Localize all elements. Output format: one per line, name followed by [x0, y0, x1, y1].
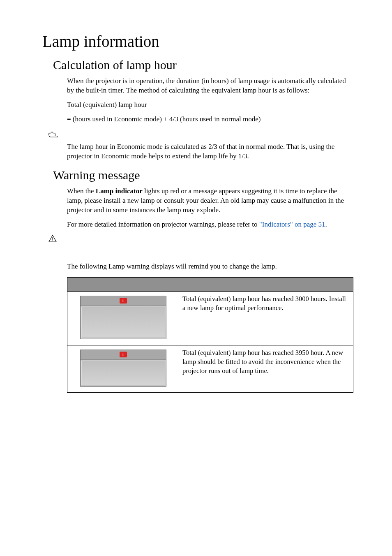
message-cell-3000: Total (equivalent) lamp hour has reached… — [179, 291, 353, 345]
para-refer: For more detailed information on project… — [67, 220, 353, 229]
para-warning-info: When the Lamp indicator lights up red or… — [67, 187, 353, 215]
text-pre-bold: When the — [67, 187, 96, 195]
table-header-row — [67, 277, 353, 291]
warning-dialog-3950: i — [80, 350, 166, 387]
caution-row — [48, 234, 353, 246]
para-total-hour: Total (equivalent) lamp hour — [67, 100, 353, 110]
indicators-link[interactable]: "Indicators" on page 51 — [259, 220, 325, 228]
status-cell-3000: i — [67, 291, 179, 345]
note-row — [43, 129, 353, 139]
para-economic-note: The lamp hour in Economic mode is calcul… — [67, 142, 353, 161]
caution-triangle-icon — [48, 234, 57, 243]
para-calc-intro: When the projector is in operation, the … — [67, 76, 353, 95]
refer-text-post: . — [325, 220, 327, 228]
warning-dialog-3000: i — [80, 296, 166, 339]
svg-point-1 — [52, 241, 53, 241]
para-formula: = (hours used in Economic mode) + 4/3 (h… — [67, 115, 353, 124]
warning-table: i Total (equivalent) lamp hour has reach… — [67, 277, 353, 393]
section-heading-calculation: Calculation of lamp hour — [53, 57, 353, 74]
page-title: Lamp information — [42, 31, 353, 53]
header-status — [67, 277, 179, 291]
info-icon: i — [120, 352, 127, 357]
dialog-body — [81, 361, 165, 385]
dialog-titlebar: i — [81, 350, 166, 360]
section-heading-warning: Warning message — [53, 167, 353, 184]
lamp-indicator-bold: Lamp indicator — [96, 187, 143, 195]
section2-body: When the Lamp indicator lights up red or… — [67, 187, 353, 229]
hand-note-icon — [48, 131, 59, 139]
message-cell-3950: Total (equivalent) lamp hour has reached… — [179, 345, 353, 392]
table-row: i Total (equivalent) lamp hour has reach… — [67, 291, 353, 345]
section1-body: When the projector is in operation, the … — [67, 76, 353, 124]
dialog-body — [81, 307, 165, 338]
refer-text-pre: For more detailed information on project… — [67, 220, 259, 228]
header-message — [179, 277, 353, 291]
dialog-titlebar: i — [81, 296, 166, 306]
table-row: i Total (equivalent) lamp hour has reach… — [67, 345, 353, 392]
info-icon: i — [120, 298, 127, 303]
para-following-displays: The following Lamp warning displays will… — [67, 262, 353, 271]
status-cell-3950: i — [67, 345, 179, 392]
